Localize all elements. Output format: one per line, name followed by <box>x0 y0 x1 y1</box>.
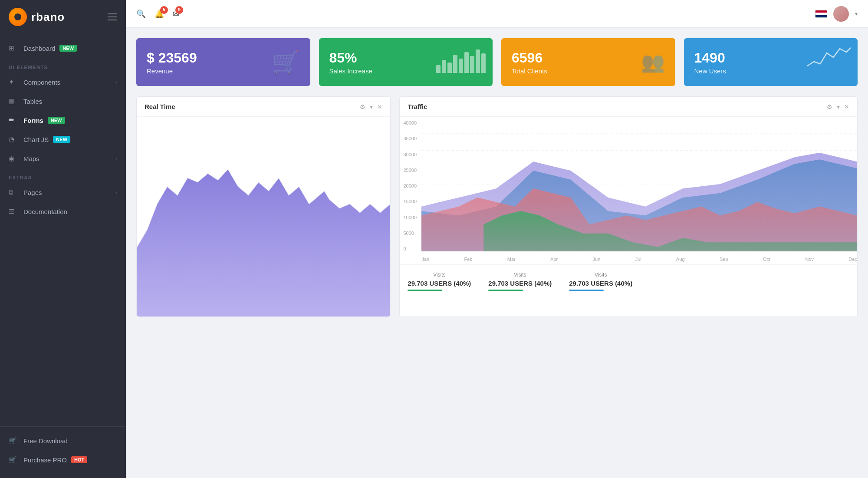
yaxis-label: 20000 <box>403 183 417 188</box>
stat-card-clients: 👥 6596 Total Clients <box>501 38 675 86</box>
yaxis-label: 15000 <box>403 199 417 204</box>
traffic-gear-icon[interactable]: ⚙ <box>827 103 832 110</box>
dashboard-badge: NEW <box>59 45 77 52</box>
hamburger-menu[interactable] <box>108 13 117 20</box>
traffic-chart-viz: 0 5000 10000 15000 20000 25000 30000 350… <box>400 117 857 264</box>
realtime-chart-header: Real Time ⚙ ▾ ✕ <box>137 97 390 117</box>
users-sparkline <box>807 44 851 70</box>
sidebar-item-label: Components <box>23 79 60 86</box>
arrow-icon: › <box>115 190 117 195</box>
xaxis-label: Feb <box>464 257 473 262</box>
legend-label-1: Visits <box>408 272 471 278</box>
sidebar-item-label: Documentation <box>23 208 67 215</box>
xaxis-label: Jun <box>593 257 601 262</box>
stat-card-sales: 85% Sales Increase <box>319 38 493 86</box>
section-label-extras: EXTRAS <box>0 168 126 183</box>
sidebar-item-freedownload[interactable]: 🛒 Free Download <box>0 431 126 450</box>
realtime-chart-body <box>137 117 390 316</box>
stat-card-revenue: 🛒 $ 23569 Revenue <box>136 38 310 86</box>
mail-icon[interactable]: ✉ 9 <box>173 9 179 19</box>
yaxis-label: 10000 <box>403 215 417 220</box>
notification-icon[interactable]: 🔔 5 <box>155 9 164 19</box>
traffic-chart-header: Traffic ⚙ ▾ ✕ <box>400 97 857 117</box>
sidebar-item-documentation[interactable]: ☰ Documentation <box>0 202 126 221</box>
traffic-chart-title: Traffic <box>408 103 827 110</box>
xaxis-label: Nov <box>805 257 814 262</box>
traffic-chevron-icon[interactable]: ▾ <box>837 103 840 110</box>
topbar-right: ▾ <box>815 6 858 22</box>
sales-label: Sales Increase <box>329 67 483 75</box>
charts-row: Real Time ⚙ ▾ ✕ <box>136 96 858 317</box>
flag-icon[interactable] <box>815 10 827 18</box>
mail-badge: 9 <box>175 6 183 14</box>
svg-marker-0 <box>137 169 390 316</box>
legend-label-2: Visits <box>488 272 552 278</box>
pages-icon: ⧉ <box>9 188 18 196</box>
sidebar-item-dashboard[interactable]: ⊞ Dashboard NEW <box>0 39 126 58</box>
realtime-chart-card: Real Time ⚙ ▾ ✕ <box>136 96 391 317</box>
sidebar-item-label: Free Download <box>23 437 68 445</box>
sidebar-item-pages[interactable]: ⧉ Pages › <box>0 183 126 202</box>
tables-icon: ▦ <box>9 97 18 105</box>
yaxis-label: 40000 <box>403 120 417 125</box>
stat-card-users: 1490 New Users <box>684 38 858 86</box>
sidebar: rbano ⊞ Dashboard NEW UI ELEMENTS ✦ Comp… <box>0 0 126 478</box>
users-label: New Users <box>694 67 848 75</box>
logo-text: rbano <box>31 10 65 24</box>
sidebar-item-chartjs[interactable]: ◔ Chart JS NEW <box>0 130 126 149</box>
traffic-close-icon[interactable]: ✕ <box>844 103 849 110</box>
legend-bar-3 <box>569 290 604 291</box>
sidebar-item-tables[interactable]: ▦ Tables <box>0 92 126 111</box>
yaxis-label: 0 <box>403 246 417 251</box>
stat-cards: 🛒 $ 23569 Revenue 85% Sales I <box>136 38 858 86</box>
sidebar-item-maps[interactable]: ◉ Maps › <box>0 149 126 168</box>
xaxis-label: Jan <box>421 257 429 262</box>
sidebar-item-forms[interactable]: ✏ Forms NEW <box>0 111 126 130</box>
legend-item-2: Visits 29.703 USERS (40%) <box>488 272 552 291</box>
avatar[interactable] <box>833 6 849 22</box>
yaxis-label: 25000 <box>403 168 417 173</box>
sidebar-item-label: Forms <box>23 117 43 124</box>
realtime-gear-icon[interactable]: ⚙ <box>360 103 365 110</box>
realtime-chevron-icon[interactable]: ▾ <box>370 103 373 110</box>
revenue-label: Revenue <box>147 67 300 75</box>
sidebar-item-label: Chart JS <box>23 136 49 143</box>
components-icon: ✦ <box>9 78 18 86</box>
xaxis-label: Aug <box>676 257 685 262</box>
legend-value-1: 29.703 USERS (40%) <box>408 280 471 287</box>
notification-badge: 5 <box>160 6 168 14</box>
chartjs-icon: ◔ <box>9 135 18 143</box>
topbar-chevron-icon[interactable]: ▾ <box>855 11 858 17</box>
traffic-legend: Visits 29.703 USERS (40%) Visits 29.703 … <box>400 264 857 298</box>
xaxis-label: Oct <box>763 257 770 262</box>
legend-item-1: Visits 29.703 USERS (40%) <box>408 272 471 291</box>
yaxis-label: 30000 <box>403 152 417 157</box>
sidebar-item-components[interactable]: ✦ Components › <box>0 73 126 92</box>
xaxis-label: Dec <box>848 257 857 262</box>
main-content: 🔍 🔔 5 ✉ 9 ▾ 🛒 $ 23569 Revenue <box>126 0 868 478</box>
xaxis-label: Sep <box>720 257 728 262</box>
realtime-chart-controls: ⚙ ▾ ✕ <box>360 103 382 110</box>
page-content: 🛒 $ 23569 Revenue 85% Sales I <box>126 28 868 478</box>
section-label-ui: UI ELEMENTS <box>0 58 126 73</box>
xaxis-label: Jul <box>635 257 641 262</box>
realtime-close-icon[interactable]: ✕ <box>377 103 382 110</box>
sidebar-item-label: Maps <box>23 155 39 162</box>
legend-item-3: Visits 29.703 USERS (40%) <box>569 272 632 291</box>
arrow-icon: › <box>115 79 117 85</box>
sidebar-item-label: Dashboard <box>23 45 55 52</box>
yaxis-label: 35000 <box>403 136 417 141</box>
topbar-left: 🔍 🔔 5 ✉ 9 <box>136 9 179 19</box>
legend-value-3: 29.703 USERS (40%) <box>569 280 632 287</box>
logo-icon <box>9 8 27 26</box>
sidebar-nav: ⊞ Dashboard NEW UI ELEMENTS ✦ Components… <box>0 34 126 426</box>
sidebar-item-purchasepro[interactable]: 🛒 Purchase PRO HOT <box>0 450 126 469</box>
yaxis-label: 5000 <box>403 231 417 236</box>
forms-badge: NEW <box>48 117 65 124</box>
chartjs-badge: NEW <box>53 136 70 143</box>
download-icon: 🛒 <box>9 437 18 445</box>
maps-icon: ◉ <box>9 155 18 162</box>
search-icon[interactable]: 🔍 <box>136 9 146 19</box>
purchase-icon: 🛒 <box>9 456 18 464</box>
logo-area: rbano <box>0 0 126 34</box>
